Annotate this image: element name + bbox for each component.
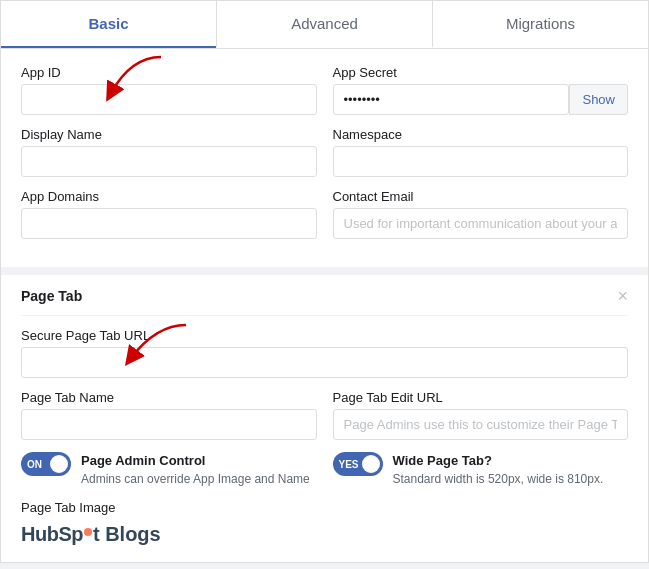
tab-edit-url-group: Page Tab Edit URL xyxy=(333,390,629,440)
arrow-app-id xyxy=(101,55,171,100)
display-name-group: Display Name Custom Tab Example xyxy=(21,127,317,177)
basic-section: App ID 1546958298917818 App Secret Show xyxy=(1,49,648,267)
arrow-url xyxy=(121,323,196,365)
display-name-input[interactable]: Custom Tab Example xyxy=(21,146,317,177)
tab-edit-url-label: Page Tab Edit URL xyxy=(333,390,629,405)
toggle-on-label: ON xyxy=(21,459,42,470)
admin-control-desc: Admins can override App Image and Name xyxy=(81,472,310,486)
contact-email-label: Contact Email xyxy=(333,189,629,204)
namespace-input[interactable] xyxy=(333,146,629,177)
domains-email-row: App Domains Contact Email xyxy=(21,189,628,239)
admin-control-toggle[interactable]: ON xyxy=(21,452,71,476)
toggle-yes-label: YES xyxy=(333,459,359,470)
app-secret-input-wrapper: Show xyxy=(333,84,629,115)
page-tab-header: Page Tab × xyxy=(21,275,628,316)
app-id-secret-row: App ID 1546958298917818 App Secret Show xyxy=(21,65,628,115)
show-secret-button[interactable]: Show xyxy=(569,84,628,115)
page-tab-title: Page Tab xyxy=(21,288,82,304)
contact-email-group: Contact Email xyxy=(333,189,629,239)
hubspot-text-after-dot: t Blogs xyxy=(93,523,161,546)
page-tab-image-label: Page Tab Image xyxy=(21,500,628,515)
secure-url-label: Secure Page Tab URL xyxy=(21,328,628,343)
app-secret-group: App Secret Show xyxy=(333,65,629,115)
app-domains-label: App Domains xyxy=(21,189,317,204)
hubspot-text-before-dot: HubSp xyxy=(21,523,83,546)
admin-control-toggle-group: ON Page Admin Control Admins can overrid… xyxy=(21,452,317,488)
tab-name-group: Page Tab Name Custom Facebook Tab Exampl… xyxy=(21,390,317,440)
tab-name-label: Page Tab Name xyxy=(21,390,317,405)
hubspot-logo: HubSpt Blogs xyxy=(21,523,628,546)
app-secret-label: App Secret xyxy=(333,65,629,80)
display-namespace-row: Display Name Custom Tab Example Namespac… xyxy=(21,127,628,177)
wide-tab-toggle-group: YES Wide Page Tab? Standard width is 520… xyxy=(333,452,629,488)
toggle-thumb xyxy=(50,455,68,473)
tab-basic[interactable]: Basic xyxy=(1,1,216,48)
admin-control-label: Page Admin Control xyxy=(81,452,310,470)
wide-tab-info: Wide Page Tab? Standard width is 520px, … xyxy=(393,452,604,488)
app-domains-input[interactable] xyxy=(21,208,317,239)
wide-toggle-thumb xyxy=(362,455,380,473)
tab-name-edit-row: Page Tab Name Custom Facebook Tab Exampl… xyxy=(21,390,628,440)
hubspot-orange-dot xyxy=(84,528,92,536)
tab-advanced[interactable]: Advanced xyxy=(216,1,432,48)
admin-control-info: Page Admin Control Admins can override A… xyxy=(81,452,310,488)
tab-name-input[interactable]: Custom Facebook Tab Example xyxy=(21,409,317,440)
tab-migrations[interactable]: Migrations xyxy=(432,1,648,48)
page-tab-image-section: Page Tab Image HubSpt Blogs xyxy=(21,500,628,546)
tab-bar: Basic Advanced Migrations xyxy=(1,1,648,49)
toggles-row: ON Page Admin Control Admins can overrid… xyxy=(21,452,628,488)
page-tab-section: Page Tab × Secure Page Tab URL https://w… xyxy=(1,275,648,562)
app-id-group: App ID 1546958298917818 xyxy=(21,65,317,115)
wide-tab-desc: Standard width is 520px, wide is 810px. xyxy=(393,472,604,486)
secure-url-group: Secure Page Tab URL https://www.hubspot.… xyxy=(21,328,628,378)
contact-email-input[interactable] xyxy=(333,208,629,239)
wide-tab-label: Wide Page Tab? xyxy=(393,452,604,470)
namespace-label: Namespace xyxy=(333,127,629,142)
section-divider xyxy=(1,267,648,275)
secure-url-input[interactable]: https://www.hubspot.com/custom-facebook-… xyxy=(21,347,628,378)
display-name-label: Display Name xyxy=(21,127,317,142)
namespace-group: Namespace xyxy=(333,127,629,177)
tab-edit-url-input[interactable] xyxy=(333,409,629,440)
wide-tab-toggle[interactable]: YES xyxy=(333,452,383,476)
app-secret-input[interactable] xyxy=(333,84,570,115)
app-domains-group: App Domains xyxy=(21,189,317,239)
close-icon[interactable]: × xyxy=(617,287,628,305)
